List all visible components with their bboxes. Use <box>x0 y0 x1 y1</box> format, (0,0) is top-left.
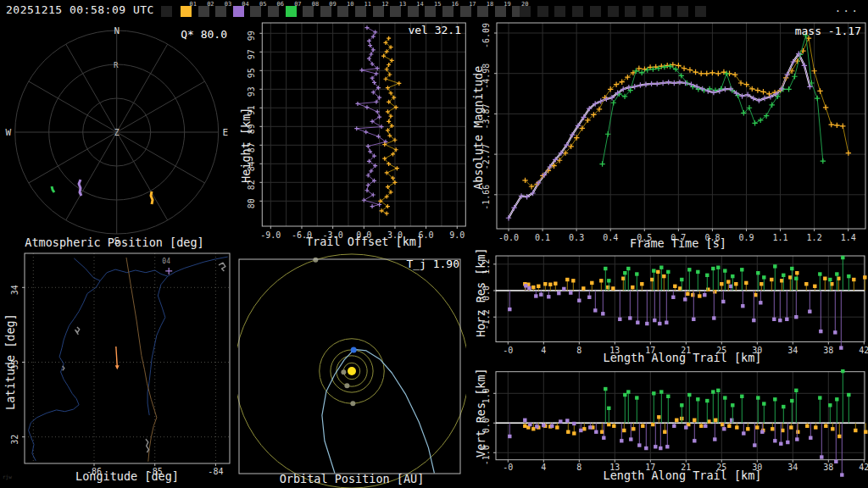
station-chip-18[interactable]: 18 <box>476 2 493 19</box>
polar-spoke <box>117 132 168 220</box>
tick-label: 34 <box>787 463 798 472</box>
station-chip-02[interactable]: 02 <box>198 2 214 19</box>
station-chip-01[interactable]: 01 <box>180 2 197 19</box>
stem-marker-04 <box>569 291 572 294</box>
orbit-layers <box>322 349 435 473</box>
stem-marker-01 <box>837 435 841 438</box>
stem-marker-07 <box>659 266 663 269</box>
station-chip-19[interactable]: 19 <box>494 2 511 19</box>
overflow-menu[interactable]: ... <box>835 2 860 14</box>
stem-marker-01 <box>607 423 610 426</box>
station-chip-12[interactable]: 12 <box>372 2 389 19</box>
stem-marker-04 <box>713 437 716 441</box>
compass-north: N <box>114 25 120 36</box>
stem-marker-04 <box>795 437 798 441</box>
res-series-07 <box>604 369 850 423</box>
stem-marker-04 <box>601 312 604 315</box>
station-chip-label: 02 <box>207 2 214 8</box>
tick-label: 38 <box>823 346 833 355</box>
stem-marker-04 <box>840 473 843 476</box>
stem-marker-01 <box>640 282 643 286</box>
station-chip-06[interactable]: 06 <box>267 2 284 19</box>
stem-marker-01 <box>735 425 738 429</box>
stem-marker-04 <box>535 424 538 428</box>
stem-marker-04 <box>834 460 837 463</box>
stem-marker-01 <box>727 424 731 428</box>
trail-marker-01 <box>395 166 399 170</box>
panel-ground-map: 04-86-85-84343332 Longitude [deg] Latitu… <box>0 251 237 488</box>
stem-marker-01 <box>571 279 575 282</box>
atmos-track-01 <box>151 191 153 204</box>
stem-marker-04 <box>839 346 843 349</box>
stem-marker-01 <box>675 419 678 422</box>
station-chip-label: 15 <box>434 2 441 8</box>
stem-marker-04 <box>579 429 582 432</box>
stem-marker-07 <box>711 267 715 270</box>
station-chip-03[interactable]: 03 <box>214 2 231 19</box>
station-chip-04[interactable]: 04 <box>232 2 249 19</box>
station-chip-08[interactable]: 08 <box>302 2 319 19</box>
stem-marker-04 <box>572 422 576 425</box>
station-chip-13[interactable]: 13 <box>389 2 406 19</box>
magnitude-marker-01 <box>580 125 585 130</box>
stem-marker-04 <box>602 436 605 440</box>
station-chip-10[interactable]: 10 <box>337 2 353 19</box>
stem-marker-01 <box>548 283 552 286</box>
magnitude-marker-04 <box>660 80 665 86</box>
stem-marker-01 <box>566 430 570 434</box>
stem-marker-07 <box>635 272 638 275</box>
stem-marker-01 <box>796 430 799 434</box>
tick-label: 32 <box>10 435 19 445</box>
magnitude-marker-07 <box>770 103 775 108</box>
stem-marker-04 <box>527 286 531 290</box>
station-chip-09[interactable]: 09 <box>320 2 337 19</box>
station-chip-16[interactable]: 16 <box>442 2 459 19</box>
magnitude-marker-04 <box>654 81 659 86</box>
station-chip-15[interactable]: 15 <box>424 2 441 19</box>
map-urban-mark <box>146 439 149 452</box>
magnitude-marker-07 <box>599 161 604 166</box>
station-chip-17[interactable]: 17 <box>459 2 476 19</box>
magnitude-marker-01 <box>829 122 834 127</box>
stem-marker-04 <box>809 436 812 440</box>
map-layers: 04 <box>25 253 230 463</box>
stem-marker-07 <box>818 396 821 399</box>
station-chip-11[interactable]: 11 <box>354 2 371 19</box>
stem-marker-07 <box>666 395 670 398</box>
stem-marker-04 <box>760 430 764 434</box>
station-chip-label: 07 <box>294 2 301 8</box>
stem-marker-07 <box>723 269 726 272</box>
stem-marker-04 <box>636 321 639 324</box>
stem-marker-01 <box>565 278 569 281</box>
magnitude-marker-01 <box>823 105 828 110</box>
stem-marker-07 <box>756 396 760 399</box>
stem-marker-07 <box>828 403 832 407</box>
stem-marker-07 <box>607 279 610 282</box>
stem-marker-07 <box>835 397 838 401</box>
ground-map-plot: 04-86-85-84343332 <box>0 251 237 488</box>
stem-marker-07 <box>731 403 734 407</box>
tick-label: 42 <box>859 463 868 472</box>
atmos-track-07 <box>52 186 54 192</box>
station-chip-07[interactable]: 07 <box>285 2 302 19</box>
stem-marker-07 <box>652 391 655 395</box>
magnitude-marker-04 <box>785 72 790 77</box>
station-chip-label: 16 <box>452 2 459 8</box>
magnitude-marker-04 <box>762 96 767 101</box>
res-series-01 <box>523 270 866 298</box>
stem-marker-04 <box>508 308 511 311</box>
res-series-01 <box>523 415 867 438</box>
stem-marker-01 <box>760 282 763 286</box>
station-chip-05[interactable]: 05 <box>249 2 266 19</box>
stem-marker-07 <box>626 267 630 270</box>
trail-marker-04 <box>354 126 359 130</box>
map-trail-arrowhead <box>115 365 120 369</box>
avg-magnitude-line <box>509 54 810 219</box>
q-reserve-value: Q* 80.0 <box>181 28 227 41</box>
stem-marker-07 <box>723 396 726 399</box>
station-chip-14[interactable]: 14 <box>407 2 424 19</box>
magnitude-marker-01 <box>760 89 765 94</box>
stem-marker-04 <box>684 425 687 429</box>
magnitude-marker-04 <box>671 80 676 86</box>
stem-marker-04 <box>819 330 822 333</box>
